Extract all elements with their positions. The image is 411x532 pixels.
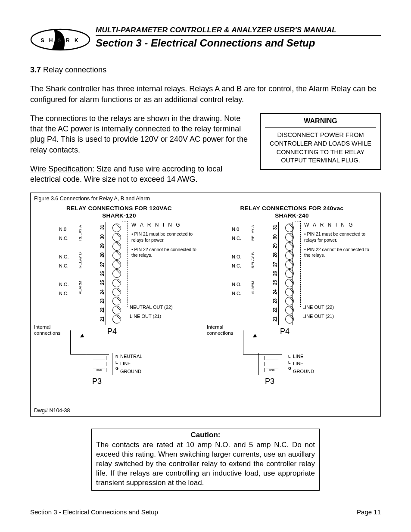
p3-line1: LINE — [293, 353, 314, 360]
relay-a-label: RELAY A — [78, 225, 82, 241]
relay-a-label: RELAY A — [251, 225, 255, 241]
page-header: S H A R K S H A R K MULTI-PARAMETER CONT… — [30, 26, 381, 55]
wire-spec: Wire Specification: Size and fuse wire a… — [30, 164, 252, 185]
section-number: 3.7 — [30, 65, 41, 74]
p3-ground: GROUND — [293, 368, 314, 375]
paragraph-1: The Shark controller has three internal … — [30, 84, 381, 105]
p3-label: P3 — [92, 377, 102, 386]
diag-title-2b: SHARK-240 — [275, 212, 309, 219]
warning-body: DISCONNECT POWER FROM CONTROLLER AND LOA… — [265, 131, 376, 165]
section-title: Section 3 - Electrical Connections and S… — [96, 37, 381, 49]
neutral-out-22: NEUTRAL OUT (22) — [130, 305, 173, 314]
p3-line2: LINE — [293, 360, 314, 367]
caution-box: Caution: The contacts are rated at 10 am… — [91, 429, 320, 491]
diag-title-1a: RELAY CONNECTIONS FOR 120VAC — [66, 205, 172, 212]
diagram-warning-right: W A R N I N G PIN 21 must be connected t… — [304, 222, 371, 262]
shark-logo: S H A R K S H A R K — [30, 26, 90, 55]
p3-connector: GND N L G — [86, 353, 112, 375]
p3-line: LINE — [120, 360, 142, 367]
figure-3-6: Figure 3.6 Connections for Relay A, B an… — [30, 193, 381, 417]
diagram-warning-left: W A R N I N G PIN 21 must be connected t… — [131, 222, 198, 262]
diagram-240vac: RELAY CONNECTIONS FOR 240vac SHARK-240 3… — [207, 205, 377, 332]
figure-caption: Figure 3.6 Connections for Relay A, B an… — [34, 196, 377, 202]
relay-contact-labels: N.0 N.C. N.O. N.C. N.O. N.C. — [232, 224, 242, 298]
wire-spec-label: Wire Specification — [30, 165, 92, 173]
pin-numbers: 3130292827262524232221 — [100, 223, 106, 324]
diag-title-1b: SHARK-120 — [102, 212, 136, 219]
caution-heading: Caution: — [96, 431, 315, 439]
internal-connections-label: Internalconnections — [207, 324, 233, 336]
page-footer: Section 3 - Electrical Connections and S… — [30, 508, 381, 516]
p3-ground: GROUND — [120, 368, 142, 375]
internal-connections-label: Internalconnections — [34, 324, 60, 336]
diagram-120vac: RELAY CONNECTIONS FOR 120VAC SHARK-120 3… — [34, 205, 204, 332]
alarm-label: ALARM — [78, 281, 82, 294]
svg-text:S H A R K: S H A R K — [40, 37, 80, 44]
relay-b-label: RELAY B — [251, 252, 255, 268]
paragraph-2: The connections to the relays are shown … — [30, 113, 252, 155]
footer-right: Page 11 — [357, 508, 381, 516]
warning-heading: WARNING — [265, 116, 376, 128]
drawing-number: Dwg# N104-38 — [34, 408, 70, 414]
diag-title-2a: RELAY CONNECTIONS FOR 240vac — [240, 205, 343, 212]
relay-contact-labels: N.0 N.C. N.O. N.C. N.O. N.C. — [59, 224, 69, 298]
manual-title: MULTI-PARAMETER CONTROLLER & ANALYZER US… — [96, 26, 381, 36]
p3-connector: GND L L G — [258, 353, 285, 375]
section-heading: Relay connections — [43, 65, 106, 74]
p3-neutral: NEUTRAL — [120, 353, 142, 360]
p3-label: P3 — [265, 377, 274, 386]
caution-body: The contacts are rated at 10 amp N.O. an… — [96, 440, 315, 488]
section-heading-line: 3.7 Relay connections — [30, 65, 381, 75]
alarm-label: ALARM — [251, 281, 255, 294]
warning-box: WARNING DISCONNECT POWER FROM CONTROLLER… — [260, 113, 381, 170]
line-out-22: LINE OUT (22) — [302, 305, 334, 314]
pin-numbers: 3130292827262524232221 — [272, 223, 278, 324]
relay-b-label: RELAY B — [78, 252, 82, 268]
line-out-21: LINE OUT (21) — [130, 314, 173, 323]
footer-left: Section 3 - Electrical Connections and S… — [30, 508, 158, 516]
line-out-21: LINE OUT (21) — [302, 314, 334, 323]
